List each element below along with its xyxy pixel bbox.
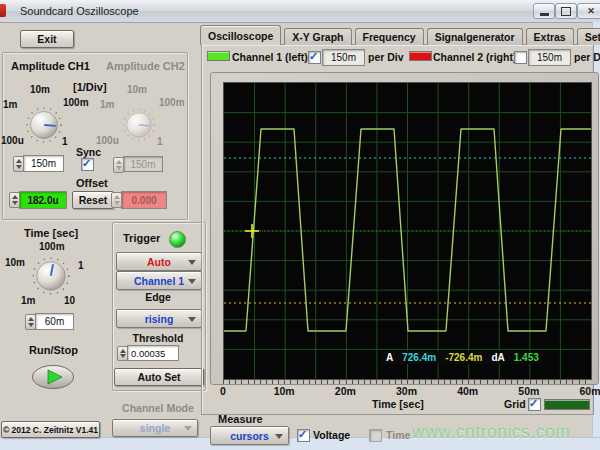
edge-label: Edge <box>112 292 204 303</box>
tab-signalgenerator[interactable]: Signalgenerator <box>427 28 523 45</box>
tab-oscilloscope[interactable]: Oscilloscope <box>200 25 281 45</box>
sync-label: Sync <box>76 147 101 158</box>
x-axis-tick: 10m <box>274 385 295 397</box>
run-stop-button[interactable] <box>31 364 75 390</box>
threshold-label: Threshold <box>112 333 204 344</box>
time-scale-10m: 10m <box>5 258 25 268</box>
ch2-scale-10m: 10m <box>127 85 147 95</box>
watermark: www.cntronics.com <box>412 422 570 443</box>
channel-mode-dropdown: single <box>112 419 198 437</box>
time-measure-label: Time <box>386 430 410 441</box>
x-axis-tick: 0 <box>220 385 226 397</box>
measure-mode-dropdown[interactable]: cursors <box>210 426 289 445</box>
ch1-offset-value[interactable]: 182.0u <box>19 191 67 209</box>
channel1-per-div-value[interactable]: 150m <box>322 49 365 66</box>
minimize-icon <box>540 13 549 16</box>
channel1-per-div-label: per Div <box>368 52 404 63</box>
copyright-label: © 2012 C. Zeitnitz V1.41 <box>1 421 100 438</box>
channel1-color-swatch <box>207 51 230 61</box>
ch1-scale-10m: 10m <box>30 85 50 95</box>
trigger-title: Trigger <box>123 233 160 244</box>
grid-color-swatch <box>544 399 590 410</box>
trigger-groupbox <box>112 222 206 391</box>
x-axis-tick: 50m <box>518 385 539 397</box>
trigger-edge-value: rising <box>145 313 174 325</box>
offset-label: Offset <box>76 178 108 189</box>
measure-title: Measure <box>218 414 263 425</box>
voltage-checkbox[interactable] <box>297 429 310 442</box>
x-axis-tick: 30m <box>396 385 417 397</box>
measure-mode-value: cursors <box>230 430 269 442</box>
tab-strip: OscilloscopeX-Y GraphFrequencySignalgene… <box>200 26 600 45</box>
maximize-icon <box>561 7 571 16</box>
time-title: Time [sec] <box>24 228 78 239</box>
amplitude-ch2-knob[interactable] <box>121 107 157 143</box>
channel2-color-swatch <box>409 51 432 61</box>
offset-reset-button[interactable]: Reset <box>72 191 114 209</box>
x-axis-tick: 20m <box>335 385 356 397</box>
tab-extras[interactable]: Extras <box>526 28 574 45</box>
exit-button[interactable]: Exit <box>20 30 74 48</box>
tab-settings[interactable]: Settings <box>577 28 600 45</box>
scope-display[interactable]: A 726.4m -726.4m dA 1.453 <box>223 82 592 380</box>
close-button[interactable]: ✕ <box>577 3 600 19</box>
app-icon <box>0 4 6 17</box>
ch1-scale-100m: 100m <box>63 98 89 108</box>
ch1-scale-100u: 100u <box>1 136 24 146</box>
readout-a-label: A <box>386 352 393 363</box>
title-bar: Soundcard Oszilloscope ✕ <box>0 0 600 23</box>
time-knob[interactable] <box>30 255 72 297</box>
voltage-label: Voltage <box>313 430 350 441</box>
x-axis-tick-strip <box>223 379 591 384</box>
channel-mode-label: Channel Mode <box>112 403 204 414</box>
channel1-enable-checkbox[interactable] <box>308 51 321 64</box>
amplitude-ch1-knob[interactable] <box>24 105 64 145</box>
per-div-unit-label: [1/Div] <box>73 82 107 93</box>
channel2-per-div-value[interactable]: 150m <box>528 49 571 66</box>
readout-delta-value: 1.453 <box>514 352 539 363</box>
amplitude-ch1-title: Amplitude CH1 <box>11 61 90 72</box>
trigger-mode-value: Auto <box>147 256 171 268</box>
time-value[interactable]: 60m <box>35 313 74 330</box>
trigger-mode-dropdown[interactable]: Auto <box>116 252 202 271</box>
channel-mode-value: single <box>140 422 170 434</box>
threshold-value[interactable]: 0.00035 <box>127 345 179 361</box>
ch2-scale-1m: 1m <box>100 100 114 110</box>
grid-checkbox[interactable] <box>528 398 541 411</box>
trigger-led <box>169 231 186 248</box>
scope-bezel: A 726.4m -726.4m dA 1.453 <box>210 72 599 385</box>
channel2-enable-checkbox[interactable] <box>514 51 527 64</box>
ch1-scale-1m: 1m <box>3 100 17 110</box>
ch2-scale-100u: 100u <box>96 136 119 146</box>
trigger-source-value: Channel 1 <box>134 275 184 287</box>
amplitude-ch2-title: Amplitude CH2 <box>106 61 185 72</box>
ch1-amplitude-value[interactable]: 150m <box>23 155 64 172</box>
time-scale-100m: 100m <box>39 242 65 252</box>
tab-frequency[interactable]: Frequency <box>355 28 424 45</box>
window-title: Soundcard Oszilloscope <box>20 5 139 17</box>
sync-checkbox[interactable] <box>81 158 94 171</box>
maximize-button[interactable] <box>555 3 577 19</box>
trigger-edge-dropdown[interactable]: rising <box>116 309 202 328</box>
tab-x-y-graph[interactable]: X-Y Graph <box>284 28 351 45</box>
minimize-button[interactable] <box>533 3 555 19</box>
ch2-scale-100m: 100m <box>159 98 185 108</box>
trigger-source-dropdown[interactable]: Channel 1 <box>116 271 202 290</box>
ch2-amplitude-value: 150m <box>123 156 163 172</box>
x-axis-tick: 60m <box>579 385 600 397</box>
scope-canvas <box>224 83 591 379</box>
time-checkbox[interactable] <box>369 429 382 442</box>
cursor-readout: A 726.4m -726.4m dA 1.453 <box>382 351 543 364</box>
x-axis-labels: 010m20m30m40m50m60m <box>223 385 591 397</box>
readout-cursor1-value: 726.4m <box>402 352 436 363</box>
auto-set-button[interactable]: Auto Set <box>114 368 204 386</box>
x-axis-title: Time [sec] <box>372 399 424 410</box>
channel1-legend-label: Channel 1 (left) <box>232 52 308 63</box>
time-scale-1: 1 <box>78 261 84 271</box>
time-scale-1m: 1m <box>21 296 35 306</box>
ch2-offset-value: 0.000 <box>121 191 167 209</box>
run-stop-label: Run/Stop <box>29 345 78 356</box>
x-axis-tick: 40m <box>457 385 478 397</box>
channel2-legend-label: Channel 2 (right) <box>433 52 516 63</box>
close-icon: ✕ <box>587 6 595 16</box>
